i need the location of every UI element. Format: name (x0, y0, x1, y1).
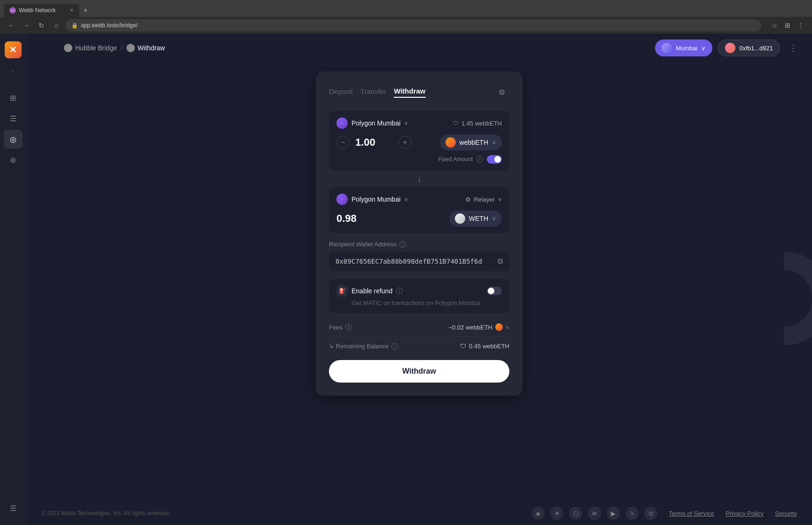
sidebar-logo[interactable]: ✕ (5, 41, 22, 58)
source-token-chevron-icon: ∨ (492, 139, 496, 146)
social-youtube-icon[interactable]: ▶ (607, 507, 620, 520)
address-bar[interactable]: 🔒 app.webb.tools/bridge/ (66, 19, 761, 31)
balance-info-icon[interactable]: i (391, 343, 398, 350)
dest-token-logo (455, 213, 465, 224)
balance-shield-icon2: 🛡 (460, 343, 466, 350)
sidebar-item-bridge[interactable]: ◎ (4, 130, 23, 149)
tab-transfer[interactable]: Transfer (360, 87, 386, 97)
fixed-amount-toggle[interactable] (487, 155, 502, 164)
breadcrumb-home-label: Hubble Bridge (75, 44, 117, 52)
url-text: app.webb.tools/bridge/ (81, 22, 138, 29)
sidebar: ✕ › ⊞ ☰ ◎ ⊛ ☰ (0, 34, 26, 525)
svg-marker-0 (339, 120, 345, 125)
tab-close-icon[interactable]: × (70, 7, 73, 14)
dest-amount-value: 0.98 (336, 212, 374, 225)
refund-toggle[interactable] (487, 287, 502, 295)
tab-bar: W Webb Network × + (0, 0, 812, 17)
header-right: Mumbai ∨ 0xfb1...d921 ⋮ (655, 39, 801, 56)
balance-value-text: 0.45 webbETH (469, 343, 509, 350)
fixed-amount-row: Fixed Amount i (336, 155, 502, 164)
recipient-input-row[interactable]: 0x89C7656EC7ab88b098defB751B7401B5f6d ⧉ (329, 251, 509, 271)
refund-info-icon[interactable]: i (396, 288, 403, 294)
breadcrumb-home-icon: ○ (64, 44, 72, 52)
sidebar-item-apps[interactable]: ⊛ (4, 150, 23, 169)
network-selector-button[interactable]: Mumbai ∨ (655, 39, 712, 56)
social-webb-icon[interactable]: ◈ (531, 507, 545, 520)
privacy-policy-link[interactable]: Privacy Policy (726, 510, 764, 517)
balance-label: ↳ Remaining Balance i (329, 343, 398, 350)
extensions-button[interactable]: ⊞ (782, 20, 793, 31)
fees-chevron-icon[interactable]: ∨ (506, 324, 509, 330)
fees-info-icon[interactable]: i (345, 324, 352, 330)
tab-withdraw[interactable]: Withdraw (394, 87, 425, 98)
amount-decrement-button[interactable]: − (336, 136, 350, 149)
tab-title: Webb Network (19, 7, 55, 14)
sidebar-bottom: ☰ (4, 499, 23, 517)
nav-bar: ← → ↻ ⌂ 🔒 app.webb.tools/bridge/ ☆ ⊞ ⋮ (0, 17, 812, 34)
fixed-amount-info-icon[interactable]: i (476, 156, 483, 163)
social-discord-icon[interactable]: ⬡ (569, 507, 582, 520)
sidebar-collapse-button[interactable]: › (8, 66, 19, 77)
wallet-avatar (725, 43, 735, 53)
recipient-info-icon[interactable]: i (399, 241, 406, 248)
amount-row: − + webbETH ∨ (336, 134, 502, 150)
settings-button[interactable]: ⚙ (494, 85, 509, 100)
relayer-label: Relayer (474, 196, 495, 203)
relayer-selector[interactable]: ⚙ Relayer ∨ (465, 196, 502, 203)
social-github-icon[interactable]: ⊙ (644, 507, 657, 520)
balance-label-text: ↳ Remaining Balance (329, 343, 389, 350)
active-tab[interactable]: W Webb Network × (4, 4, 79, 17)
tab-navigation: Deposit Transfer Withdraw ⚙ (329, 85, 509, 100)
new-tab-button[interactable]: + (79, 4, 92, 17)
tab-favicon: W (9, 7, 16, 14)
sidebar-item-dashboard[interactable]: ⊞ (4, 88, 23, 107)
grid-icon: ⊞ (10, 94, 16, 102)
star-button[interactable]: ☆ (769, 20, 780, 31)
balance-value-row: 🛡 0.45 webbETH (460, 343, 509, 350)
browser-more-button[interactable]: ⋮ (795, 20, 806, 31)
withdraw-button[interactable]: Withdraw (329, 360, 509, 383)
refund-icon: ⛽ (336, 285, 348, 297)
toggle-knob (494, 156, 501, 163)
refresh-button[interactable]: ↻ (36, 20, 47, 31)
dest-token-selector[interactable]: WETH ∨ (449, 211, 502, 227)
security-link[interactable]: Security (775, 510, 797, 517)
amount-input[interactable] (355, 136, 393, 149)
social-linkedin-icon[interactable]: in (588, 507, 601, 520)
fees-token-logo (495, 323, 503, 331)
forward-button[interactable]: → (21, 20, 32, 31)
tab-deposit[interactable]: Deposit (329, 87, 353, 97)
network-label: Mumbai (676, 45, 697, 52)
terms-of-service-link[interactable]: Terms of Service (669, 510, 714, 517)
sidebar-item-activity[interactable]: ☰ (4, 499, 23, 517)
amount-increment-button[interactable]: + (398, 136, 412, 149)
header-more-button[interactable]: ⋮ (786, 40, 801, 55)
breadcrumb-home[interactable]: ○ Hubble Bridge (64, 44, 117, 52)
source-chain-name: Polygon Mumbai (351, 119, 400, 127)
sidebar-item-documents[interactable]: ☰ (4, 109, 23, 128)
social-twitter-icon[interactable]: 𝕏 (625, 507, 639, 520)
social-telegram-icon[interactable]: ✈ (550, 507, 563, 520)
source-chain-section: Polygon Mumbai ∨ 🛡 1.45 webbETH − + webb… (329, 111, 509, 170)
recipient-address-text: 0x89C7656EC7ab88b098defB751B7401B5f6d (336, 258, 482, 265)
footer: © 2023 Webb Technologies, Inc. All right… (26, 501, 812, 525)
refund-description: Get MATIC on transactions on Polygon Mum… (351, 299, 502, 306)
home-button[interactable]: ⌂ (51, 20, 62, 31)
dest-token-chevron-icon: ∨ (492, 215, 496, 222)
deco-ring (737, 251, 812, 345)
balance-shield-icon: 🛡 (453, 120, 459, 126)
dest-chain-selector[interactable]: Polygon Mumbai ∨ (336, 194, 408, 205)
dest-chain-name: Polygon Mumbai (351, 196, 400, 203)
source-chain-selector[interactable]: Polygon Mumbai ∨ (336, 118, 408, 129)
wallet-button[interactable]: 0xfb1...d921 (718, 39, 780, 56)
copy-address-icon[interactable]: ⧉ (498, 257, 503, 266)
refund-title-text: Enable refund (351, 287, 392, 295)
main-content: ○ Hubble Bridge / ○ Withdraw Mumbai ∨ 0x… (26, 34, 812, 525)
recipient-label: Recipient Wallet Address i (329, 241, 509, 248)
dest-chain-header: Polygon Mumbai ∨ ⚙ Relayer ∨ (336, 194, 502, 205)
back-button[interactable]: ← (6, 20, 17, 31)
lock-icon: 🔒 (71, 23, 78, 29)
footer-right: ◈ ✈ ⬡ in ▶ 𝕏 ⊙ Terms of Service Privacy … (531, 507, 797, 520)
source-chain-header: Polygon Mumbai ∨ 🛡 1.45 webbETH (336, 118, 502, 129)
source-token-selector[interactable]: webbETH ∨ (440, 134, 502, 150)
